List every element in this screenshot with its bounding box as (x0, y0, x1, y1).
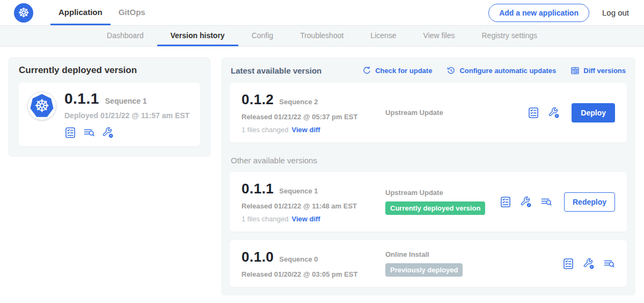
view-diff-log-icon[interactable] (540, 196, 552, 208)
release-notes-icon[interactable] (562, 258, 574, 270)
released-timestamp: Released 01/21/22 @ 11:48 am EST (241, 202, 375, 210)
sequence-label: Sequence 1 (279, 187, 318, 195)
deployed-sequence-label: Sequence 1 (105, 97, 147, 105)
top-navbar: ☸ Application GitOps Add a new applicati… (0, 0, 644, 25)
version-row-0-1-1: 0.1.1 Sequence 1 Released 01/21/22 @ 11:… (230, 172, 627, 232)
configure-updates-label: Configure automatic updates (459, 67, 556, 75)
subnav-tab-troubleshoot[interactable]: Troubleshoot (287, 26, 357, 46)
row-spacer (230, 232, 627, 240)
diff-versions-label: Diff versions (583, 67, 626, 75)
config-wrench-icon[interactable] (548, 107, 560, 119)
main-content: Currently deployed version ☸ 0.1.1 Seque… (0, 47, 644, 303)
deploy-button[interactable]: Deploy (572, 103, 615, 122)
subnav-tab-dashboard[interactable]: Dashboard (93, 26, 157, 46)
view-diff-log-icon[interactable] (603, 258, 615, 270)
view-diff-link[interactable]: View diff (291, 215, 320, 223)
kubernetes-logo-icon: ☸ (14, 3, 33, 23)
previously-deployed-badge: Previously deployed (385, 263, 463, 277)
release-notes-icon[interactable] (64, 127, 76, 139)
release-notes-icon[interactable] (500, 196, 511, 208)
version-actions-column (562, 258, 615, 270)
subnav-tab-config[interactable]: Config (238, 26, 287, 46)
released-timestamp: Released 01/21/22 @ 05:37 pm EST (241, 113, 375, 121)
add-application-button[interactable]: Add a new application (488, 4, 589, 22)
diff-versions-icon (570, 66, 580, 75)
version-actions-column: Redeploy (500, 192, 615, 212)
files-changed-label: 1 files changed (241, 215, 288, 223)
deployed-version-number: 0.1.1 (64, 90, 99, 107)
version-source-column: Upstream Update (375, 109, 528, 117)
top-nav-spacer (153, 0, 488, 25)
version-source-column: Online Install Previously deployed (375, 250, 562, 277)
release-notes-icon[interactable] (528, 107, 539, 119)
panel-header: Latest available version Check for updat… (231, 66, 626, 75)
deployed-card-title: Currently deployed version (19, 65, 200, 76)
version-number: 0.1.2 (241, 91, 274, 108)
deployed-version-card: ☸ 0.1.1 Sequence 1 Deployed 01/21/22 @ 1… (19, 83, 200, 146)
view-diff-link[interactable]: View diff (291, 126, 320, 134)
subnav-tab-license[interactable]: License (357, 26, 409, 46)
latest-version-title: Latest available version (231, 66, 362, 75)
tab-application[interactable]: Application (50, 0, 111, 25)
redeploy-button[interactable]: Redeploy (564, 192, 615, 212)
version-source-label: Upstream Update (385, 189, 500, 197)
app-icon-ring: ☸ (27, 91, 56, 120)
version-info-column: 0.1.0 Sequence 0 Released 01/20/22 @ 03:… (241, 249, 375, 278)
version-row-0-1-0: 0.1.0 Sequence 0 Released 01/20/22 @ 03:… (230, 240, 627, 287)
deployed-version-info: 0.1.1 Sequence 1 Deployed 01/21/22 @ 11:… (64, 90, 189, 139)
check-for-update-label: Check for update (375, 67, 432, 75)
logout-button[interactable]: Log out (602, 8, 629, 17)
view-diff-log-icon[interactable] (83, 127, 95, 139)
app-subnav: Dashboard Version history Config Trouble… (0, 25, 644, 47)
versions-panel: Latest available version Check for updat… (221, 57, 635, 295)
config-wrench-icon[interactable] (583, 258, 595, 270)
configure-updates-link[interactable]: Configure automatic updates (447, 66, 556, 75)
subnav-tab-registry-settings[interactable]: Registry settings (469, 26, 551, 46)
auto-update-icon (447, 66, 456, 75)
version-row-0-1-2: 0.1.2 Sequence 2 Released 01/21/22 @ 05:… (230, 83, 627, 142)
version-number: 0.1.0 (241, 249, 274, 265)
config-wrench-icon[interactable] (102, 127, 114, 139)
version-source-label: Online Install (385, 250, 562, 258)
sequence-label: Sequence 0 (279, 255, 318, 263)
diff-versions-link[interactable]: Diff versions (570, 66, 626, 75)
version-source-column: Upstream Update Currently deployed versi… (375, 189, 500, 215)
currently-deployed-card: Currently deployed version ☸ 0.1.1 Seque… (9, 57, 210, 156)
subnav-tab-view-files[interactable]: View files (410, 26, 469, 46)
version-source-label: Upstream Update (385, 109, 528, 117)
refresh-icon (362, 66, 371, 75)
tab-gitops[interactable]: GitOps (111, 0, 153, 25)
deployed-timestamp: Deployed 01/21/22 @ 11:57 am EST (64, 111, 189, 120)
released-timestamp: Released 01/20/22 @ 03:05 pm EST (241, 270, 375, 278)
version-info-column: 0.1.1 Sequence 1 Released 01/21/22 @ 11:… (241, 181, 375, 223)
version-info-column: 0.1.2 Sequence 2 Released 01/21/22 @ 05:… (241, 91, 375, 134)
subnav-tab-version-history[interactable]: Version history (157, 26, 238, 46)
kubernetes-app-icon: ☸ (30, 94, 54, 118)
files-changed-line: 1 files changedView diff (241, 215, 375, 223)
version-actions-column: Deploy (528, 103, 615, 122)
files-changed-line: 1 files changedView diff (241, 126, 375, 134)
sequence-label: Sequence 2 (279, 98, 318, 106)
currently-deployed-badge: Currently deployed version (385, 201, 485, 215)
top-tabs: Application GitOps (50, 0, 153, 25)
other-versions-title: Other available versions (231, 156, 626, 165)
panel-actions: Check for update Configure automatic upd… (362, 66, 626, 75)
config-wrench-icon[interactable] (520, 196, 532, 208)
version-number: 0.1.1 (241, 181, 274, 197)
check-for-update-link[interactable]: Check for update (362, 66, 432, 75)
files-changed-label: 1 files changed (241, 126, 288, 134)
